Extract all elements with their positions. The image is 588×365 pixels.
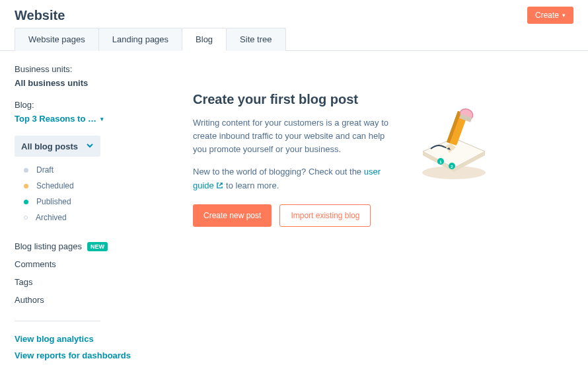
caret-down-icon: ▾ bbox=[562, 12, 566, 19]
content-body-2: New to the world of blogging? Check out … bbox=[193, 165, 391, 192]
tab-landing-pages[interactable]: Landing pages bbox=[98, 28, 182, 51]
tabs: Website pages Landing pages Blog Site tr… bbox=[0, 28, 588, 51]
status-label: Published bbox=[36, 197, 71, 206]
status-draft[interactable]: Draft bbox=[15, 162, 147, 178]
blog-select[interactable]: Top 3 Reasons to Recycl… ▾ bbox=[15, 114, 104, 124]
page-title: Website bbox=[15, 8, 65, 23]
blog-select-value: Top 3 Reasons to Recycl… bbox=[15, 114, 96, 124]
nav-label: Blog listing pages bbox=[15, 241, 82, 251]
divider bbox=[15, 321, 100, 321]
create-button-label: Create bbox=[535, 11, 559, 20]
content-body-1: Writing content for your customers is a … bbox=[193, 116, 391, 156]
nav-blog-listing-pages[interactable]: Blog listing pages NEW bbox=[15, 237, 147, 255]
pencil-illustration: 1 2 bbox=[411, 105, 497, 184]
content-area: Create your first blog post Writing cont… bbox=[147, 64, 573, 365]
chevron-down-icon bbox=[86, 141, 94, 151]
status-archived[interactable]: Archived bbox=[15, 210, 147, 225]
create-new-post-button[interactable]: Create new post bbox=[193, 204, 272, 227]
nav-tags[interactable]: Tags bbox=[15, 273, 147, 291]
content-heading: Create your first blog post bbox=[193, 92, 391, 107]
filter-all-blog-posts[interactable]: All blog posts bbox=[15, 136, 100, 157]
status-dot-icon bbox=[24, 184, 28, 188]
link-view-reports[interactable]: View reports for dashboards bbox=[15, 347, 147, 364]
status-dot-icon bbox=[24, 216, 28, 220]
business-units-label: Business units: bbox=[15, 64, 147, 74]
link-view-blog-analytics[interactable]: View blog analytics bbox=[15, 331, 147, 347]
import-existing-blog-button[interactable]: Import existing blog bbox=[279, 204, 371, 227]
external-link-icon bbox=[216, 182, 223, 189]
nav-comments[interactable]: Comments bbox=[15, 255, 147, 273]
blog-label: Blog: bbox=[15, 100, 147, 110]
tab-site-tree[interactable]: Site tree bbox=[226, 28, 285, 51]
nav-list: Blog listing pages NEW Comments Tags Aut… bbox=[15, 235, 147, 309]
status-label: Scheduled bbox=[36, 181, 74, 190]
status-dot-icon bbox=[24, 168, 28, 173]
caret-down-icon: ▾ bbox=[100, 116, 104, 122]
status-scheduled[interactable]: Scheduled bbox=[15, 178, 147, 194]
filter-label: All blog posts bbox=[21, 142, 78, 151]
status-published[interactable]: Published bbox=[15, 194, 147, 210]
tab-blog[interactable]: Blog bbox=[182, 28, 227, 51]
create-button[interactable]: Create ▾ bbox=[527, 7, 573, 24]
status-label: Archived bbox=[36, 213, 67, 222]
status-label: Draft bbox=[36, 165, 54, 175]
business-units-select[interactable]: All business units bbox=[15, 78, 147, 88]
tab-website-pages[interactable]: Website pages bbox=[15, 28, 99, 51]
new-badge: NEW bbox=[87, 242, 108, 251]
nav-authors[interactable]: Authors bbox=[15, 291, 147, 309]
body2-prefix: New to the world of blogging? Check out … bbox=[193, 167, 364, 177]
sidebar: Business units: All business units Blog:… bbox=[15, 64, 147, 365]
status-list: Draft Scheduled Published Archived bbox=[15, 157, 147, 235]
body2-suffix: to learn more. bbox=[223, 181, 279, 190]
status-dot-icon bbox=[24, 200, 28, 204]
